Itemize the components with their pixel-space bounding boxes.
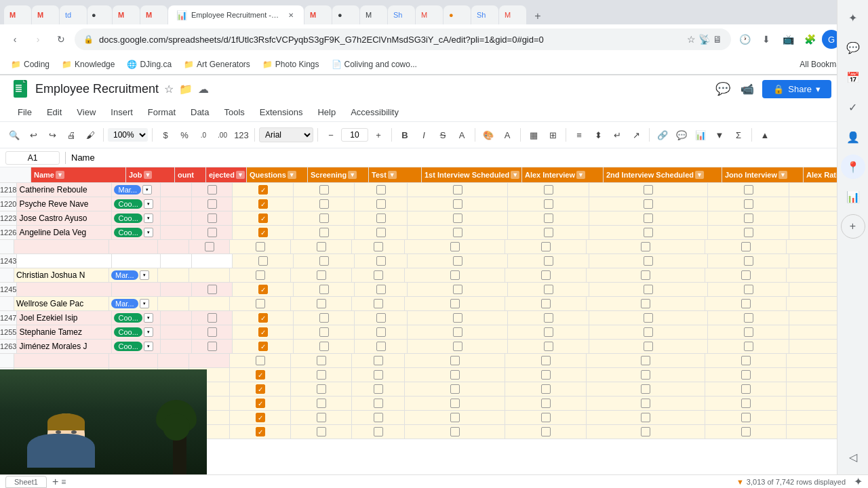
cell-test[interactable] <box>352 268 405 283</box>
reload-button[interactable]: ↻ <box>52 30 71 49</box>
bookmark-photo-kings[interactable]: 📁 Photo Kings <box>257 58 325 70</box>
cell-rejected[interactable] <box>189 354 230 368</box>
checkbox[interactable] <box>376 342 386 351</box>
cell-name[interactable]: Christian Joshua N <box>14 268 109 283</box>
increase-decimal-btn[interactable]: .00 <box>214 126 231 144</box>
cell-test[interactable] <box>355 226 408 240</box>
screen-cast-button[interactable]: 📺 <box>778 30 797 49</box>
checkbox[interactable] <box>208 199 217 209</box>
cell-job[interactable] <box>112 283 161 297</box>
checkbox[interactable] <box>450 399 460 408</box>
cell-rejected[interactable] <box>189 297 230 311</box>
col-header-questions[interactable]: Questions ▼ <box>247 167 308 182</box>
checkbox[interactable] <box>208 228 217 237</box>
checkbox[interactable] <box>641 270 650 280</box>
menu-view[interactable]: View <box>70 104 102 120</box>
cell-job[interactable]: Mar...▾ <box>109 297 158 311</box>
cell-jono-interview[interactable] <box>705 354 787 368</box>
cell-alex-interview[interactable] <box>505 382 587 396</box>
cell-questions[interactable] <box>230 425 291 439</box>
cell-test[interactable] <box>352 396 405 411</box>
checkbox[interactable] <box>544 285 553 294</box>
menu-format[interactable]: Format <box>141 104 182 120</box>
cell-screening[interactable] <box>294 325 355 340</box>
cell-rejected[interactable] <box>192 183 233 197</box>
checkbox[interactable] <box>644 228 653 237</box>
cell-rejected[interactable] <box>192 311 233 325</box>
tab-close-btn[interactable]: ✕ <box>286 10 296 20</box>
cell-jono-interview[interactable] <box>705 240 787 254</box>
cell-alex-interview[interactable] <box>508 325 589 340</box>
fill-color-btn[interactable]: 🎨 <box>479 126 497 144</box>
cell-alex-interview[interactable] <box>508 211 589 226</box>
cell-alex-interview[interactable] <box>505 268 587 283</box>
checkbox[interactable] <box>641 356 650 365</box>
menu-edit[interactable]: Edit <box>40 104 68 120</box>
checkbox[interactable] <box>374 242 383 251</box>
cell-alex-interview[interactable] <box>508 283 589 297</box>
checkbox[interactable] <box>317 370 326 380</box>
cell-questions[interactable] <box>230 411 291 425</box>
zoom-select[interactable]: 100% <box>108 128 148 142</box>
cell-alex-interview[interactable] <box>505 368 587 382</box>
cell-2nd-interview[interactable] <box>587 268 705 283</box>
cell-count[interactable] <box>161 211 192 226</box>
cell-1st-interview[interactable] <box>405 354 505 368</box>
cell-rejected[interactable] <box>192 340 233 354</box>
checkbox[interactable] <box>744 214 753 223</box>
bold-btn[interactable]: B <box>396 126 414 144</box>
cell-test[interactable] <box>355 211 408 226</box>
cell-screening[interactable] <box>294 311 355 325</box>
checkbox[interactable] <box>319 199 329 209</box>
cell-2nd-interview[interactable] <box>587 382 705 396</box>
checkbox[interactable] <box>641 427 650 436</box>
browser-tab[interactable]: M <box>499 5 526 24</box>
checkbox[interactable] <box>744 342 753 351</box>
cell-count[interactable] <box>161 311 192 325</box>
checkbox[interactable] <box>374 356 383 365</box>
checkbox[interactable] <box>376 327 386 337</box>
checkbox[interactable] <box>374 299 383 308</box>
cell-rejected[interactable] <box>192 211 233 226</box>
checkbox[interactable] <box>644 342 653 351</box>
checkbox[interactable] <box>319 285 329 294</box>
cell-test[interactable] <box>352 354 405 368</box>
cell-screening[interactable] <box>294 183 355 197</box>
bookmark-art-generators[interactable]: 📁 Art Generators <box>178 58 256 70</box>
cell-1st-interview[interactable] <box>408 311 508 325</box>
checkbox[interactable] <box>741 370 751 380</box>
checkbox[interactable] <box>744 327 753 337</box>
row-number[interactable]: 1226 <box>0 226 17 240</box>
checkbox[interactable] <box>258 199 268 209</box>
2nd-filter-icon[interactable]: ▼ <box>695 171 704 179</box>
cell-count[interactable] <box>161 226 192 240</box>
cell-job[interactable] <box>109 240 158 254</box>
cell-questions[interactable] <box>233 183 294 197</box>
checkbox[interactable] <box>256 299 265 308</box>
cell-2nd-interview[interactable] <box>589 325 708 340</box>
checkbox[interactable] <box>374 370 383 380</box>
cell-questions[interactable] <box>230 268 291 283</box>
checkbox[interactable] <box>376 185 386 195</box>
cell-2nd-interview[interactable] <box>587 240 705 254</box>
video-call-button[interactable]: 📹 <box>738 79 757 98</box>
browser-tab[interactable]: M <box>304 5 332 24</box>
cell-alex-interview[interactable] <box>508 340 589 354</box>
checkbox[interactable] <box>256 384 265 394</box>
checkbox[interactable] <box>741 299 751 308</box>
cell-1st-interview[interactable] <box>408 211 508 226</box>
text-wrap-btn[interactable]: ↵ <box>608 126 626 144</box>
cell-2nd-interview[interactable] <box>589 226 708 240</box>
checkbox[interactable] <box>641 384 650 394</box>
spreadsheet-title[interactable]: Employee Recruitment <box>35 82 159 96</box>
checkbox[interactable] <box>644 285 653 294</box>
questions-filter-icon[interactable]: ▼ <box>288 171 296 179</box>
checkbox[interactable] <box>644 199 653 209</box>
checkbox[interactable] <box>258 342 268 351</box>
cell-alex-interview[interactable] <box>505 297 587 311</box>
cell-jono-interview[interactable] <box>708 226 789 240</box>
menu-tools[interactable]: Tools <box>217 104 251 120</box>
checkbox[interactable] <box>256 370 265 380</box>
cell-job[interactable] <box>112 254 161 268</box>
cell-questions[interactable] <box>233 197 294 211</box>
